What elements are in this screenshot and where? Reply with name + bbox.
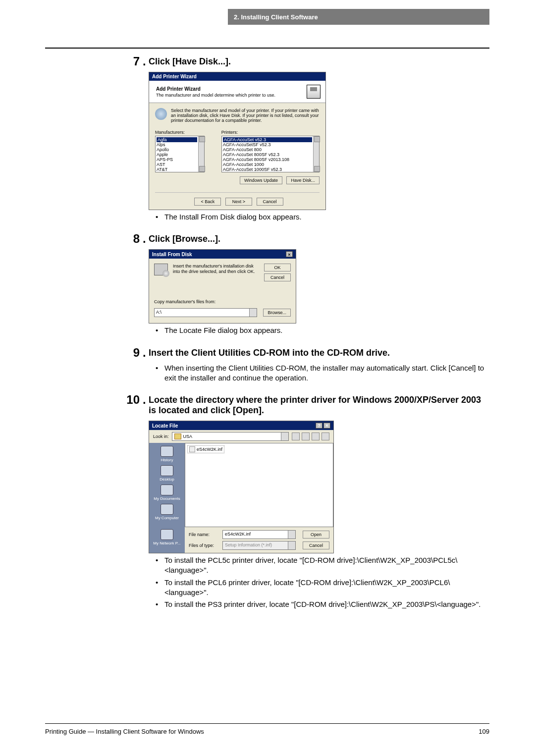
documents-icon (160, 485, 173, 495)
step-7: 7 . Click [Have Disk...]. Add Printer Wi… (121, 54, 489, 224)
list-item[interactable]: AGFA-AccuSet 800SF v2013.108 (223, 157, 312, 162)
step-8: 8 . Click [Browse...]. Install From Disk… (121, 232, 489, 337)
network-icon (160, 529, 173, 540)
help-icon[interactable]: ? (316, 423, 322, 429)
top-rule (45, 48, 489, 49)
step-note: To install the PCL5c printer driver, loc… (164, 555, 489, 576)
back-button[interactable]: < Back (194, 198, 221, 206)
dialog-titlebar: Locate File (152, 423, 178, 429)
place-desktop[interactable]: Desktop (160, 465, 174, 482)
browse-button[interactable]: Browse... (263, 309, 291, 317)
manufacturers-label: Manufacturers: (155, 130, 216, 135)
copy-from-label: Copy manufacturer's files from: (154, 299, 291, 304)
new-folder-icon[interactable] (312, 432, 320, 440)
folder-icon (174, 433, 181, 439)
list-item[interactable]: AGFA-AccuSet 1000SF v52.3 (223, 167, 312, 172)
filetype-label: Files of type: (189, 543, 218, 548)
disk-icon (154, 264, 168, 275)
cancel-button[interactable]: Cancel (303, 541, 329, 549)
info-icon (155, 108, 167, 120)
place-history[interactable]: History (160, 446, 173, 462)
places-bar: History Desktop My Documents My Computer (149, 443, 185, 527)
ok-button[interactable]: OK (264, 264, 291, 271)
back-icon[interactable] (292, 432, 300, 440)
bullet-dot: • (156, 578, 164, 598)
list-item[interactable]: Alps (157, 142, 197, 147)
step-dot: . (143, 346, 149, 360)
manufacturers-list[interactable]: Agfa Alps Apollo Apple APS-PS AST AT&T (155, 136, 205, 172)
dialog-titlebar: Add Printer Wizard (149, 72, 325, 81)
list-item[interactable]: AGFA-AccuSet 1000 (223, 162, 312, 167)
file-icon (189, 446, 195, 452)
file-list-area[interactable]: eS4cW2K.inf (185, 443, 333, 527)
page-content: 7 . Click [Have Disk...]. Add Printer Wi… (121, 54, 489, 619)
lookin-value: USA (183, 434, 193, 439)
step-number: 10 (121, 393, 143, 407)
step-title: Click [Have Disk...]. (149, 56, 489, 67)
cancel-button[interactable]: Cancel (264, 273, 291, 281)
place-documents[interactable]: My Documents (154, 485, 180, 501)
footer-left: Printing Guide — Installing Client Softw… (45, 728, 204, 735)
have-disk-button[interactable]: Have Disk... (286, 176, 320, 184)
step-note: When inserting the Client Utilities CD-R… (164, 363, 489, 383)
step-number: 7 (121, 54, 143, 68)
install-from-disk-dialog: Install From Disk × Insert the manufactu… (149, 249, 296, 324)
up-icon[interactable] (302, 432, 310, 440)
step-number: 8 (121, 232, 143, 246)
views-icon[interactable] (321, 432, 329, 440)
list-item[interactable]: AST (157, 162, 197, 167)
list-item[interactable]: Apple (157, 152, 197, 157)
step-dot: . (143, 232, 149, 246)
path-value: A:\ (156, 310, 161, 315)
cancel-button[interactable]: Cancel (257, 198, 283, 206)
scrollbar[interactable] (198, 136, 204, 172)
filename-input[interactable]: eS4cW2K.inf (222, 530, 296, 539)
place-network[interactable]: My Network P... (153, 529, 180, 545)
dialog-subheading: The manufacturer and model determine whi… (156, 93, 307, 98)
chapter-header: 2. Installing Client Software (228, 9, 489, 25)
step-title: Locate the directory where the printer d… (149, 395, 489, 416)
open-button[interactable]: Open (303, 531, 329, 539)
step-number: 9 (121, 346, 143, 360)
list-item[interactable]: AGFA-AccuSet 800 (223, 147, 312, 152)
list-item[interactable]: AGFA-AccuSet 800SF v52.3 (223, 152, 312, 157)
desktop-icon (160, 465, 173, 476)
computer-icon (160, 504, 173, 515)
list-item[interactable]: AGFA-AccuSetSF v52.3 (223, 142, 312, 147)
next-button[interactable]: Next > (225, 198, 252, 206)
place-computer[interactable]: My Computer (155, 504, 179, 520)
step-note: The Install From Disk dialog box appears… (164, 212, 489, 222)
list-item[interactable]: Agfa (157, 137, 197, 142)
printers-list[interactable]: AGFA-AccuSet v52.3 AGFA-AccuSetSF v52.3 … (221, 136, 320, 172)
step-dot: . (143, 393, 149, 407)
windows-update-button[interactable]: Windows Update (240, 176, 282, 184)
dialog-heading: Add Printer Wizard (156, 86, 307, 92)
list-item[interactable]: AT&T (157, 167, 197, 172)
step-title: Insert the Client Utilities CD-ROM into … (149, 348, 489, 358)
list-item[interactable]: AGFA-AccuSet v52.3 (223, 137, 312, 142)
printers-label: Printers: (221, 130, 320, 135)
path-combobox[interactable]: A:\ (154, 308, 257, 317)
lookin-combobox[interactable]: USA (172, 432, 289, 441)
places-bar-bottom: My Network P... (149, 527, 185, 553)
step-10: 10 . Locate the directory where the prin… (121, 393, 489, 611)
list-item[interactable]: Apollo (157, 147, 197, 152)
file-item[interactable]: eS4cW2K.inf (187, 445, 224, 453)
list-item[interactable]: APS-PS (157, 157, 197, 162)
dialog-instruction: Insert the manufacturer's installation d… (173, 264, 256, 274)
close-icon[interactable]: × (323, 423, 330, 429)
bullet-dot: • (156, 555, 164, 576)
lookin-label: Look in: (153, 434, 169, 439)
bullet-dot: • (156, 363, 164, 383)
dialog-titlebar: Install From Disk (152, 252, 192, 257)
printer-icon (307, 85, 321, 99)
filetype-input: Setup Information (*.inf) (222, 541, 296, 550)
filename-label: File name: (189, 532, 218, 537)
step-note: To install the PS3 printer driver, locat… (164, 599, 489, 609)
dialog-message: Select the manufacturer and model of you… (171, 108, 320, 123)
history-icon (160, 446, 173, 457)
scrollbar[interactable] (313, 136, 319, 172)
page-footer: Printing Guide — Installing Client Softw… (45, 723, 489, 735)
step-9: 9 . Insert the Client Utilities CD-ROM i… (121, 346, 489, 385)
close-icon[interactable]: × (286, 251, 293, 257)
